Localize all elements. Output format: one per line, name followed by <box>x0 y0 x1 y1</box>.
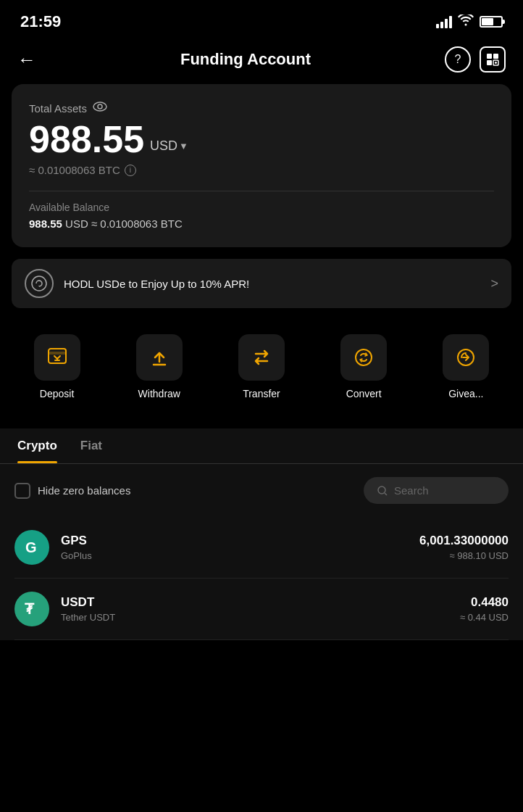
promo-text: HODL USDe to Enjoy Up to 10% APR! <box>64 278 249 290</box>
asset-list: G GPS GoPlus 6,001.33000000 ≈ 988.10 USD… <box>0 517 523 640</box>
promo-banner[interactable]: HODL USDe to Enjoy Up to 10% APR! > <box>12 259 511 308</box>
usdt-amount: 0.4480 <box>460 595 509 610</box>
back-button[interactable]: ← <box>17 49 46 71</box>
giveaway-icon-box <box>443 334 489 381</box>
svg-point-6 <box>93 102 106 111</box>
assets-card: Total Assets 988.55 USD▼ ≈ 0.01008063 BT… <box>12 84 511 247</box>
search-icon <box>377 485 388 497</box>
status-bar: 21:59 <box>0 0 523 41</box>
deposit-icon <box>46 346 69 369</box>
eye-icon[interactable] <box>93 102 107 115</box>
divider <box>29 191 494 191</box>
giveaway-button[interactable]: Givea... <box>415 323 517 411</box>
balance-main: 988.55 USD▼ <box>29 120 494 158</box>
total-assets-label: Total Assets <box>29 102 494 115</box>
gps-usd: ≈ 988.10 USD <box>419 550 509 561</box>
transfer-icon <box>250 346 273 369</box>
history-icon <box>485 52 500 67</box>
gps-balance: 6,001.33000000 ≈ 988.10 USD <box>419 534 509 561</box>
status-icons <box>436 14 503 30</box>
usdt-balance: 0.4480 ≈ 0.44 USD <box>460 595 509 623</box>
withdraw-label: Withdraw <box>138 388 180 399</box>
deposit-icon-box <box>34 334 80 381</box>
svg-rect-0 <box>487 54 492 59</box>
wifi-icon <box>458 14 474 30</box>
page-title: Funding Account <box>46 50 445 69</box>
svg-point-11 <box>356 349 372 365</box>
search-placeholder: Search <box>394 484 429 497</box>
tab-crypto[interactable]: Crypto <box>17 428 57 463</box>
svg-rect-2 <box>487 60 492 65</box>
convert-icon-box <box>340 334 387 381</box>
usdt-symbol: USDT <box>61 595 115 610</box>
gps-fullname: GoPlus <box>61 550 92 561</box>
convert-label: Convert <box>346 388 382 399</box>
balance-amount: 988.55 <box>29 120 144 158</box>
battery-icon <box>480 16 503 28</box>
hide-zero-label: Hide zero balances <box>38 484 130 497</box>
tabs-section: Crypto Fiat <box>0 428 523 464</box>
signal-icon <box>436 15 452 28</box>
asset-item-gps[interactable]: G GPS GoPlus 6,001.33000000 ≈ 988.10 USD <box>14 517 509 579</box>
header: ← Funding Account ? <box>0 41 523 84</box>
hide-zero-checkbox[interactable] <box>14 483 30 499</box>
tab-fiat[interactable]: Fiat <box>80 428 102 463</box>
convert-icon <box>352 346 375 369</box>
status-time: 21:59 <box>20 12 61 31</box>
withdraw-icon <box>148 346 171 369</box>
promo-left: HODL USDe to Enjoy Up to 10% APR! <box>25 269 249 298</box>
search-box[interactable]: Search <box>364 477 509 504</box>
gps-info: GPS GoPlus <box>61 534 92 561</box>
balance-currency: USD▼ <box>150 138 188 154</box>
available-amounts: 988.55 USD ≈ 0.01008063 BTC <box>29 218 494 230</box>
svg-point-7 <box>98 104 102 109</box>
usdt-fullname: Tether USDT <box>61 612 115 623</box>
transfer-button[interactable]: Transfer <box>210 323 312 411</box>
usdt-usd: ≈ 0.44 USD <box>460 612 509 623</box>
withdraw-icon-box <box>136 334 183 381</box>
available-label: Available Balance <box>29 202 494 213</box>
usdt-logo: ₮ <box>14 592 49 626</box>
balance-btc: ≈ 0.01008063 BTC i <box>29 164 494 176</box>
hide-zero-toggle[interactable]: Hide zero balances <box>14 483 130 499</box>
gps-logo: G <box>14 530 49 565</box>
gps-amount: 6,001.33000000 <box>419 534 509 548</box>
convert-button[interactable]: Convert <box>313 323 415 411</box>
header-actions: ? <box>445 46 506 72</box>
asset-left-usdt: ₮ USDT Tether USDT <box>14 592 115 626</box>
giveaway-label: Givea... <box>448 388 483 399</box>
filter-row: Hide zero balances Search <box>0 464 523 517</box>
svg-text:₮: ₮ <box>25 601 35 617</box>
asset-item-usdt[interactable]: ₮ USDT Tether USDT 0.4480 ≈ 0.44 USD <box>14 579 509 640</box>
tabs-row: Crypto Fiat <box>17 428 506 463</box>
withdraw-button[interactable]: Withdraw <box>108 323 210 411</box>
svg-point-13 <box>378 486 385 494</box>
svg-point-8 <box>32 276 46 291</box>
transfer-icon-box <box>238 334 285 381</box>
asset-left-gps: G GPS GoPlus <box>14 530 92 565</box>
svg-rect-1 <box>493 54 498 59</box>
info-icon[interactable]: i <box>125 165 136 176</box>
giveaway-icon <box>454 346 477 369</box>
promo-icon <box>25 269 54 298</box>
deposit-button[interactable]: Deposit <box>6 323 108 411</box>
svg-rect-10 <box>49 352 66 355</box>
usdt-info: USDT Tether USDT <box>61 595 115 623</box>
actions-row: Deposit Withdraw Transfer <box>0 323 523 428</box>
history-button[interactable] <box>480 46 506 72</box>
promo-arrow: > <box>490 276 498 291</box>
help-button[interactable]: ? <box>445 46 471 72</box>
help-icon: ? <box>455 53 461 66</box>
transfer-label: Transfer <box>243 388 280 399</box>
svg-text:G: G <box>25 539 37 555</box>
gps-symbol: GPS <box>61 534 92 548</box>
deposit-label: Deposit <box>40 388 74 399</box>
